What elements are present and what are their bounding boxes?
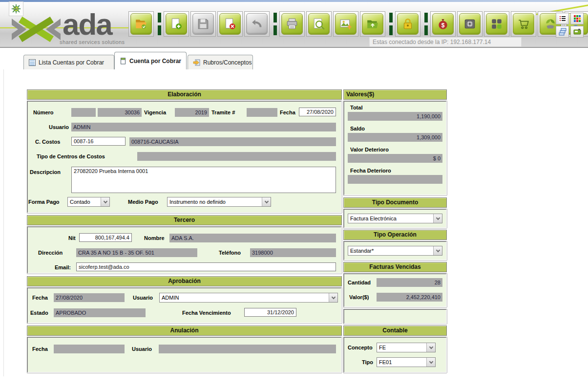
vault-button[interactable] xyxy=(459,13,481,35)
medio-pago-select[interactable]: Instrumento no definido xyxy=(167,197,271,207)
dropdown-button[interactable] xyxy=(262,197,271,206)
direccion-label: Dirección xyxy=(38,248,63,257)
print-button[interactable] xyxy=(281,13,303,35)
save-button[interactable] xyxy=(192,13,214,35)
toolbar-button-frame xyxy=(190,11,216,37)
chevron-down-icon xyxy=(331,295,335,299)
money-button[interactable]: $ xyxy=(432,13,454,35)
aprobacion-usuario-value: ADMIN xyxy=(160,293,329,302)
arrow-document-icon xyxy=(193,59,200,66)
tab-lista-cuentas-por-cobrar[interactable]: Lista Cuentas por Cobrar xyxy=(23,55,114,69)
tipo-contable-value: FE01 xyxy=(377,358,426,367)
anulacion-fecha-label: Fecha xyxy=(32,345,48,353)
tab-cuenta-por-cobrar[interactable]: Cuenta por Cobrar xyxy=(114,52,187,69)
header-toolbar: ada shared services solutions xyxy=(0,2,588,48)
direccion-field: CRA 35 A NO 15 B - 35 OF. 501 xyxy=(76,248,197,257)
modules-button[interactable] xyxy=(486,13,507,35)
stacked-windows-icon xyxy=(559,28,567,36)
section-header-tercero: Tercero xyxy=(27,215,342,225)
medio-pago-label: Medio Pago xyxy=(128,197,158,206)
app-icon xyxy=(9,1,23,16)
section-title: Elaboración xyxy=(168,91,201,98)
import-folder-button[interactable] xyxy=(362,13,383,35)
toolbar-button-frame xyxy=(395,11,420,37)
tipo-cc-label: Tipo de Centros de Costos xyxy=(37,152,105,161)
report-list-button[interactable] xyxy=(556,13,569,24)
undo-button[interactable] xyxy=(246,13,268,35)
saldo-field: 1,309,000 xyxy=(348,133,442,142)
document-icon xyxy=(120,58,126,65)
cantidad-label: Cantidad xyxy=(348,278,371,287)
section-header-contable: Contable xyxy=(343,326,447,336)
chevron-down-icon xyxy=(436,248,440,252)
telefono-label: Teléfono xyxy=(219,248,241,257)
concepto-label: Concepto xyxy=(348,343,373,352)
section-header-tipo-documento: Tipo Documento xyxy=(343,197,447,208)
tipo-documento-select[interactable]: Factura Electrónica xyxy=(348,214,442,223)
nit-input[interactable]: 800,167,494.4 xyxy=(79,233,132,242)
telefono-field: 3198000 xyxy=(250,248,336,257)
new-document-button[interactable] xyxy=(166,13,187,35)
tipo-contable-select[interactable]: FE01 xyxy=(377,357,436,367)
logo-x-icon xyxy=(12,12,61,47)
lock-icon xyxy=(401,18,414,30)
fecha-input[interactable]: 27/08/2020 xyxy=(299,108,336,116)
open-folder-button[interactable] xyxy=(130,13,152,35)
report-list-icon xyxy=(559,15,567,22)
cantidad-field: 28 xyxy=(377,278,442,287)
delete-document-button[interactable] xyxy=(219,13,241,35)
tab-label: Cuenta por Cobrar xyxy=(129,58,181,65)
dropdown-button[interactable] xyxy=(426,358,435,367)
vault-icon xyxy=(463,18,476,30)
toolbar-separator xyxy=(158,13,161,35)
main-toolbar: $ xyxy=(128,10,588,38)
badge-button[interactable] xyxy=(570,26,584,38)
fecha-label: Fecha xyxy=(280,108,295,117)
toolbar-button-frame xyxy=(164,11,189,37)
ccostos-label: C. Costos xyxy=(35,137,60,146)
dropdown-button[interactable] xyxy=(433,214,442,223)
email-input[interactable]: sicoferp.test@ada.co xyxy=(76,262,336,271)
export-image-button[interactable] xyxy=(335,13,357,35)
concepto-select[interactable]: FE xyxy=(377,343,436,352)
export-image-icon xyxy=(339,18,352,30)
toolbar-button-frame xyxy=(511,11,536,37)
aprobacion-usuario-select[interactable]: ADMIN xyxy=(159,293,338,303)
descripcion-textarea[interactable]: 27082020 Prueba Interna 0001 xyxy=(71,167,336,193)
nombre-field: ADA S.A. xyxy=(169,234,336,242)
fecha-deterioro-field xyxy=(348,175,442,184)
aprobacion-usuario-label: Usuario xyxy=(133,293,153,302)
toolbar-button-frame xyxy=(457,11,483,37)
ccostos-input[interactable]: 0087-16 xyxy=(71,137,126,146)
app-window: ada shared services solutions xyxy=(0,0,588,391)
search-button[interactable] xyxy=(308,13,330,35)
valor-deterioro-field: $ 0 xyxy=(348,154,442,163)
search-icon xyxy=(313,18,325,30)
forma-pago-select[interactable]: Contado xyxy=(67,197,110,207)
total-label: Total xyxy=(350,103,362,112)
dropdown-button[interactable] xyxy=(101,197,109,206)
email-label: Email: xyxy=(55,263,71,272)
badge-icon xyxy=(573,28,581,36)
fecha-vencimiento-input[interactable]: 31/12/2020 xyxy=(244,308,296,317)
print-icon xyxy=(286,18,298,30)
forma-pago-value: Contado xyxy=(68,197,101,206)
pixel-grid-button[interactable] xyxy=(570,13,584,24)
tipo-documento-value: Factura Electrónica xyxy=(348,214,433,223)
nit-label: Nit xyxy=(68,234,76,242)
tramite-label: Tramite # xyxy=(211,108,235,117)
toolbar-button-frame xyxy=(244,11,270,37)
section-title: Tipo Operación xyxy=(374,231,417,238)
shopping-cart-button[interactable] xyxy=(513,13,534,35)
numero-aux-field xyxy=(71,108,96,117)
vigencia-field: 2019 xyxy=(175,108,209,117)
stacked-windows-button[interactable] xyxy=(556,26,569,38)
numero-label: Número xyxy=(33,108,54,117)
tipo-operacion-select[interactable]: Estandar* xyxy=(348,246,442,256)
tab-rubros-conceptos[interactable]: Rubros/Conceptos xyxy=(188,55,253,69)
dropdown-button[interactable] xyxy=(426,343,435,352)
dropdown-button[interactable] xyxy=(433,246,442,255)
valor-facturas-field: 2,452,220,410 xyxy=(377,293,442,302)
lock-button[interactable] xyxy=(397,13,419,35)
dropdown-button[interactable] xyxy=(329,293,337,302)
